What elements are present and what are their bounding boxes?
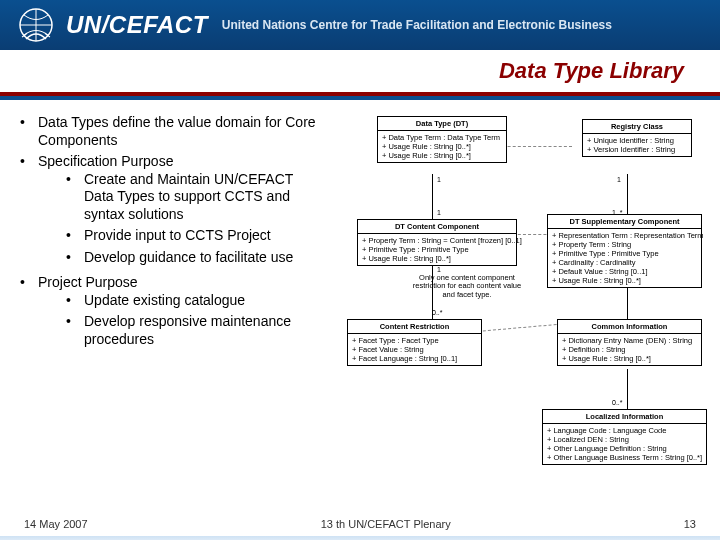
header-gloss xyxy=(0,536,720,540)
bullet-item: •Develop guidance to facilitate use xyxy=(66,249,320,267)
uml-class-supplementary: DT Supplementary Component +Representati… xyxy=(547,214,702,288)
uml-class-localized: Localized Information +Language Code : L… xyxy=(542,409,707,465)
uml-class-registry: Registry Class +Unique Identifier : Stri… xyxy=(582,119,692,157)
bullet-item: •Provide input to CCTS Project xyxy=(66,227,320,245)
uml-class-common: Common Information +Dictionary Entry Nam… xyxy=(557,319,702,366)
bullet-text: Develop responsive maintenance procedure… xyxy=(84,313,320,348)
multiplicity: 1 xyxy=(437,176,441,183)
bullet-text: Data Types define the value domain for C… xyxy=(38,114,320,149)
uml-class-datatype: Data Type (DT) +Data Type Term : Data Ty… xyxy=(377,116,507,163)
bullet-text: Update existing catalogue xyxy=(84,292,245,310)
uml-class-contentres: Content Restriction +Facet Type : Facet … xyxy=(347,319,482,366)
bullet-item: •Develop responsive maintenance procedur… xyxy=(66,313,320,348)
multiplicity: 1 xyxy=(437,209,441,216)
bullet-text: Develop guidance to facilitate use xyxy=(84,249,293,267)
header-bar: UN/CEFACT United Nations Centre for Trad… xyxy=(0,0,720,50)
diagram-caption: Only one content component restriction f… xyxy=(407,274,527,299)
box-title: Data Type (DT) xyxy=(378,117,506,131)
slide: UN/CEFACT United Nations Centre for Trad… xyxy=(0,0,720,540)
multiplicity: 1 xyxy=(617,176,621,183)
box-title: DT Content Component xyxy=(358,220,516,234)
footer-pagenum: 13 xyxy=(684,518,696,530)
box-title: Localized Information xyxy=(543,410,706,424)
bullet-item: •Update existing catalogue xyxy=(66,292,320,310)
footer-date: 14 May 2007 xyxy=(24,518,88,530)
uml-diagram: 1 1 1 1..* 1 0..* 0..* Data Type (DT) +D… xyxy=(332,114,704,500)
box-title: DT Supplementary Component xyxy=(548,215,701,229)
multiplicity: 0..* xyxy=(612,399,623,406)
bullet-item: •Create and Maintain UN/CEFACT Data Type… xyxy=(66,171,320,224)
slide-footer: 14 May 2007 13 th UN/CEFACT Plenary 13 xyxy=(0,518,720,530)
brand-text: UN/CEFACT xyxy=(66,11,208,39)
bullet-text: Provide input to CCTS Project xyxy=(84,227,271,245)
bullet-text: Specification Purpose xyxy=(38,153,173,169)
slide-title: Data Type Library xyxy=(499,58,684,84)
bullet-text: Project Purpose xyxy=(38,274,138,290)
multiplicity: 0..* xyxy=(432,309,443,316)
header-subtitle: United Nations Centre for Trade Facilita… xyxy=(222,18,612,32)
title-bar: Data Type Library xyxy=(0,50,720,92)
bullet-column: •Data Types define the value domain for … xyxy=(20,114,320,500)
bullet-text: Create and Maintain UN/CEFACT Data Types… xyxy=(84,171,320,224)
bullet-item: • Specification Purpose •Create and Main… xyxy=(20,153,320,270)
bullet-item: • Project Purpose •Update existing catal… xyxy=(20,274,320,352)
slide-body: •Data Types define the value domain for … xyxy=(0,100,720,500)
bullet-item: •Data Types define the value domain for … xyxy=(20,114,320,149)
multiplicity: 1 xyxy=(437,266,441,273)
box-title: Content Restriction xyxy=(348,320,481,334)
box-title: Registry Class xyxy=(583,120,691,134)
un-logo-icon xyxy=(14,3,58,47)
box-title: Common Information xyxy=(558,320,701,334)
footer-center: 13 th UN/CEFACT Plenary xyxy=(321,518,451,530)
uml-class-content: DT Content Component +Property Term : St… xyxy=(357,219,517,266)
